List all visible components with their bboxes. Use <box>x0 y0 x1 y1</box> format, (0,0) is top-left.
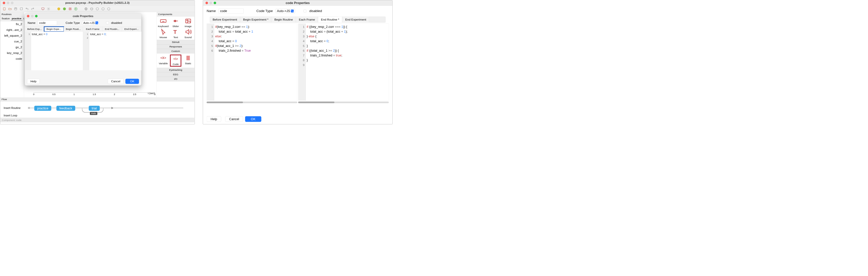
run-icon[interactable] <box>74 7 78 11</box>
component-image[interactable]: Image <box>182 18 194 28</box>
tab-begin-experiment[interactable]: Begin Expe... <box>44 27 63 32</box>
undo-icon[interactable] <box>25 7 29 11</box>
h-scrollbar[interactable] <box>207 102 297 103</box>
component-category[interactable]: Custom <box>157 49 195 54</box>
tab-end-experiment[interactable]: End Experi... <box>122 27 141 32</box>
save-icon[interactable] <box>13 7 18 11</box>
compile-py-icon[interactable] <box>57 7 61 11</box>
svg-text:T: T <box>173 29 177 35</box>
routine-component[interactable]: code <box>0 56 24 62</box>
tab-each-frame[interactable]: Each Frame <box>83 27 102 32</box>
globe-user-icon[interactable] <box>101 7 105 11</box>
component-sound[interactable]: Sound <box>182 29 194 39</box>
settings-icon[interactable] <box>46 7 51 11</box>
runner-icon[interactable] <box>68 7 72 11</box>
routine-component[interactable]: cue_2 <box>0 39 24 44</box>
h-scrollbar[interactable] <box>298 102 389 103</box>
js-code-editor[interactable]: 1 2 3 4 5 6 7 8 9 if ((key_resp_2.corr =… <box>298 24 389 101</box>
codetype-value: Auto->JS <box>277 9 290 13</box>
open-folder-icon[interactable] <box>8 7 12 11</box>
monitor-icon[interactable] <box>41 7 45 11</box>
svg-rect-15 <box>160 20 166 22</box>
tab-begin-experiment[interactable]: Begin Experiment * <box>240 17 271 22</box>
line-number: 6 <box>298 49 305 53</box>
svg-rect-21 <box>186 56 190 60</box>
tick: 2.5 <box>133 93 136 95</box>
ok-button[interactable]: OK <box>125 79 139 84</box>
js-code-editor[interactable]: 1 2 total_acc = 0; <box>83 32 141 70</box>
codetype-select[interactable]: Auto->JS ⌃⌄ <box>82 21 99 25</box>
component-code[interactable]: <\>Code <box>170 55 181 67</box>
routine-tab[interactable]: fixation <box>1 17 11 21</box>
tab-before-experiment[interactable]: Before Exp... <box>25 27 44 32</box>
routine-component[interactable]: fix_2 <box>0 21 24 27</box>
compile-js-icon[interactable] <box>62 7 66 11</box>
globe-up-icon[interactable] <box>90 7 94 11</box>
routines-tabs[interactable]: fixation practice t <box>0 17 24 21</box>
component-category[interactable]: I/O <box>157 77 195 81</box>
loop-badge[interactable]: trials <box>90 112 97 115</box>
tab-begin-routine[interactable]: Begin Routi... <box>64 27 83 32</box>
line-number: 2 <box>298 29 305 34</box>
new-file-icon[interactable] <box>2 7 6 11</box>
component-variable[interactable]: <X>Variable <box>158 55 169 67</box>
line-number: 2 <box>207 29 213 34</box>
cancel-button[interactable]: Cancel <box>108 79 124 84</box>
component-mouse[interactable]: Mouse <box>158 29 169 39</box>
tick: 2 <box>114 93 115 95</box>
routine-tab-active[interactable]: practice <box>11 17 22 21</box>
routine-component[interactable]: right...are_2 <box>0 27 24 33</box>
flow-panel: Flow Insert Routine Insert Loop practice… <box>0 97 195 118</box>
line-number: 1 <box>207 25 213 29</box>
code-tabs: Before Exp... Begin Expe... Begin Routi.… <box>25 27 141 32</box>
component-category[interactable]: EEG <box>157 72 195 77</box>
globe-run-icon[interactable] <box>106 7 111 11</box>
tick: 1 <box>73 93 75 95</box>
insert-loop-button[interactable]: Insert Loop <box>3 114 17 117</box>
tab-end-routine[interactable]: End Routin... <box>102 27 122 32</box>
tab-end-routine[interactable]: End Routine * <box>318 17 342 22</box>
tab-each-frame[interactable]: Each Frame <box>296 17 318 22</box>
svg-point-5 <box>48 8 49 9</box>
tick: 0.5 <box>53 93 56 95</box>
redo-icon[interactable] <box>31 7 35 11</box>
tab-begin-routine[interactable]: Begin Routine <box>272 17 296 22</box>
routine-component[interactable]: go_2 <box>0 44 24 50</box>
save-as-icon[interactable] <box>19 7 23 11</box>
python-code-body: if(key_resp_2.corr == 1): total_acc = to… <box>207 24 297 53</box>
globe-search-icon[interactable] <box>84 7 88 11</box>
routine-component[interactable]: left_square_2 <box>0 33 24 39</box>
tab-end-experiment[interactable]: End Experiment <box>342 17 369 22</box>
component-slider[interactable]: Slider <box>170 18 181 28</box>
svg-rect-1 <box>14 8 17 10</box>
flow-node[interactable]: feedback <box>57 106 75 111</box>
help-button[interactable]: Help <box>27 79 40 84</box>
tick: 1.5 <box>93 93 96 95</box>
ok-button[interactable]: OK <box>245 116 261 122</box>
line-number: 1 <box>298 25 305 29</box>
svg-point-6 <box>57 7 60 10</box>
components-panel: Components Keyboard Slider Image Mouse T… <box>157 12 195 97</box>
name-input[interactable] <box>219 8 244 13</box>
name-input[interactable] <box>38 21 57 25</box>
insert-routine-button[interactable]: Insert Routine <box>3 106 21 110</box>
cancel-button[interactable]: Cancel <box>225 116 243 122</box>
component-category[interactable]: Stimuli <box>157 40 195 44</box>
routine-component[interactable]: key_resp_2 <box>0 50 24 56</box>
codetype-value: Auto->JS <box>83 21 95 25</box>
python-code-editor[interactable]: 1 2 3 4 5 6 if(key_resp_2.corr == 1): to… <box>207 24 297 101</box>
component-category[interactable]: Eyetracking <box>157 68 195 72</box>
disabled-checkbox[interactable] <box>304 9 306 12</box>
component-category[interactable]: Responses <box>157 44 195 49</box>
flow-node[interactable]: practice <box>34 106 52 111</box>
component-text[interactable]: TText <box>170 29 181 39</box>
codetype-select[interactable]: Auto->JS ⌃⌄ <box>276 8 295 13</box>
component-keyboard[interactable]: Keyboard <box>158 18 169 28</box>
tab-before-experiment[interactable]: Before Experiment <box>210 17 240 22</box>
component-label: Sound <box>184 36 192 38</box>
python-code-editor[interactable]: 1 total_acc = 0 <box>25 32 83 70</box>
disabled-checkbox[interactable] <box>106 21 109 24</box>
help-button[interactable]: Help <box>207 116 221 122</box>
globe-sync-icon[interactable] <box>95 7 99 11</box>
component-static[interactable]: Static <box>182 55 194 67</box>
